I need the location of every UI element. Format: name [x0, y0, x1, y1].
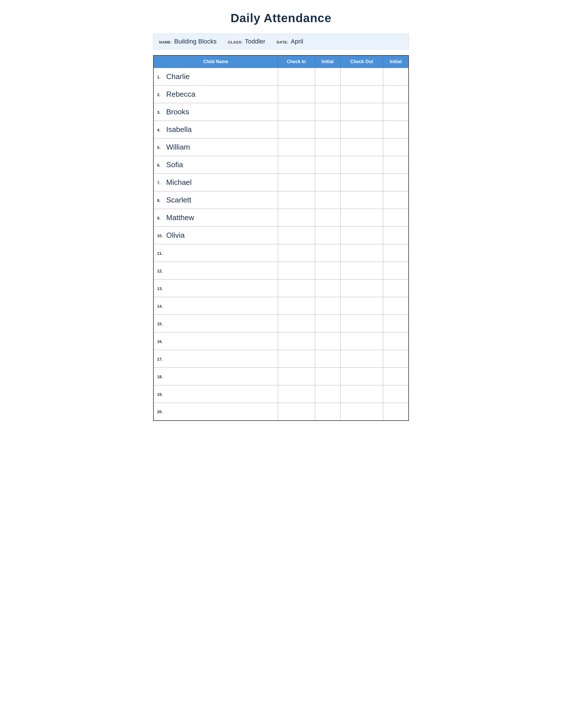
- check-in-cell[interactable]: [278, 350, 315, 368]
- initial-in-cell[interactable]: [315, 244, 340, 262]
- check-in-cell[interactable]: [278, 244, 315, 262]
- name-label: NAME:: [159, 40, 172, 44]
- check-in-cell[interactable]: [278, 332, 315, 350]
- initial-out-cell[interactable]: [383, 174, 408, 191]
- check-in-cell[interactable]: [278, 280, 315, 297]
- check-in-cell[interactable]: [278, 315, 315, 332]
- child-name: Scarlett: [166, 196, 191, 204]
- initial-in-cell[interactable]: [315, 262, 340, 280]
- row-number: 1.: [157, 75, 165, 79]
- class-label: CLASS:: [228, 40, 243, 44]
- check-out-cell[interactable]: [340, 368, 383, 385]
- check-out-cell[interactable]: [340, 315, 383, 332]
- check-in-cell[interactable]: [278, 138, 315, 156]
- check-out-cell[interactable]: [340, 209, 383, 227]
- header-check-out: Check Out: [340, 55, 383, 68]
- table-row: 3.Brooks: [154, 103, 408, 121]
- check-in-cell[interactable]: [278, 209, 315, 227]
- check-out-cell[interactable]: [340, 121, 383, 138]
- table-row: 12.: [154, 262, 408, 280]
- initial-out-cell[interactable]: [383, 103, 408, 121]
- row-number: 13.: [157, 287, 165, 291]
- initial-in-cell[interactable]: [315, 121, 340, 138]
- initial-in-cell[interactable]: [315, 368, 340, 385]
- row-number: 17.: [157, 357, 165, 361]
- initial-out-cell[interactable]: [383, 403, 408, 421]
- check-out-cell[interactable]: [340, 191, 383, 209]
- check-out-cell[interactable]: [340, 86, 383, 103]
- check-out-cell[interactable]: [340, 68, 383, 86]
- initial-in-cell[interactable]: [315, 209, 340, 227]
- initial-out-cell[interactable]: [383, 297, 408, 315]
- initial-out-cell[interactable]: [383, 368, 408, 385]
- check-out-cell[interactable]: [340, 403, 383, 421]
- initial-in-cell[interactable]: [315, 174, 340, 191]
- check-in-cell[interactable]: [278, 227, 315, 244]
- check-out-cell[interactable]: [340, 174, 383, 191]
- check-in-cell[interactable]: [278, 385, 315, 403]
- check-in-cell[interactable]: [278, 103, 315, 121]
- check-in-cell[interactable]: [278, 156, 315, 174]
- check-out-cell[interactable]: [340, 244, 383, 262]
- check-out-cell[interactable]: [340, 332, 383, 350]
- table-row: 11.: [154, 244, 408, 262]
- initial-out-cell[interactable]: [383, 138, 408, 156]
- check-in-cell[interactable]: [278, 368, 315, 385]
- child-name: Matthew: [166, 213, 194, 222]
- check-out-cell[interactable]: [340, 138, 383, 156]
- initial-out-cell[interactable]: [383, 385, 408, 403]
- check-in-cell[interactable]: [278, 174, 315, 191]
- header-initial: Initial: [315, 55, 340, 68]
- check-in-cell[interactable]: [278, 86, 315, 103]
- initial-out-cell[interactable]: [383, 332, 408, 350]
- initial-in-cell[interactable]: [315, 68, 340, 86]
- initial-in-cell[interactable]: [315, 297, 340, 315]
- initial-out-cell[interactable]: [383, 121, 408, 138]
- check-in-cell[interactable]: [278, 121, 315, 138]
- check-out-cell[interactable]: [340, 103, 383, 121]
- child-name: Charlie: [166, 72, 190, 81]
- check-in-cell[interactable]: [278, 262, 315, 280]
- check-out-cell[interactable]: [340, 280, 383, 297]
- check-out-cell[interactable]: [340, 227, 383, 244]
- check-in-cell[interactable]: [278, 403, 315, 421]
- row-number: 3.: [157, 110, 165, 114]
- table-row: 6.Sofia: [154, 156, 408, 174]
- initial-in-cell[interactable]: [315, 86, 340, 103]
- initial-out-cell[interactable]: [383, 280, 408, 297]
- initial-in-cell[interactable]: [315, 403, 340, 421]
- initial-in-cell[interactable]: [315, 138, 340, 156]
- row-number: 16.: [157, 340, 165, 344]
- initial-in-cell[interactable]: [315, 227, 340, 244]
- initial-out-cell[interactable]: [383, 209, 408, 227]
- initial-in-cell[interactable]: [315, 191, 340, 209]
- attendance-table: Child Name Check In Initial Check Out In…: [153, 55, 409, 421]
- check-out-cell[interactable]: [340, 385, 383, 403]
- initial-in-cell[interactable]: [315, 350, 340, 368]
- initial-out-cell[interactable]: [383, 68, 408, 86]
- check-out-cell[interactable]: [340, 262, 383, 280]
- check-out-cell[interactable]: [340, 297, 383, 315]
- initial-in-cell[interactable]: [315, 280, 340, 297]
- initial-out-cell[interactable]: [383, 86, 408, 103]
- initial-out-cell[interactable]: [383, 227, 408, 244]
- initial-in-cell[interactable]: [315, 315, 340, 332]
- header-child-name: Child Name: [154, 55, 278, 68]
- initial-in-cell[interactable]: [315, 385, 340, 403]
- initial-out-cell[interactable]: [383, 350, 408, 368]
- check-in-cell[interactable]: [278, 297, 315, 315]
- initial-out-cell[interactable]: [383, 244, 408, 262]
- initial-in-cell[interactable]: [315, 156, 340, 174]
- check-out-cell[interactable]: [340, 156, 383, 174]
- check-in-cell[interactable]: [278, 68, 315, 86]
- check-out-cell[interactable]: [340, 350, 383, 368]
- table-header-row: Child Name Check In Initial Check Out In…: [154, 55, 408, 68]
- initial-out-cell[interactable]: [383, 262, 408, 280]
- initial-out-cell[interactable]: [383, 156, 408, 174]
- initial-out-cell[interactable]: [383, 191, 408, 209]
- check-in-cell[interactable]: [278, 191, 315, 209]
- initial-in-cell[interactable]: [315, 103, 340, 121]
- initial-in-cell[interactable]: [315, 332, 340, 350]
- initial-out-cell[interactable]: [383, 315, 408, 332]
- page-title: Daily Attendance: [153, 11, 409, 25]
